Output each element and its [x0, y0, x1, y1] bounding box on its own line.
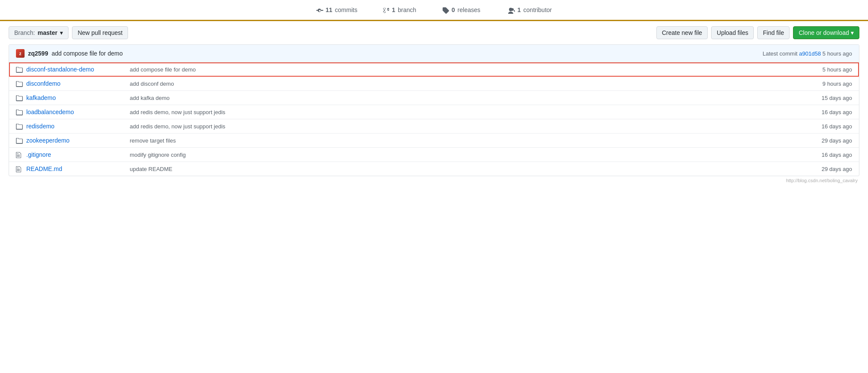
- commits-stat[interactable]: 11 commits: [316, 6, 358, 14]
- commit-message: add compose file for demo: [52, 50, 123, 57]
- toolbar: Branch: master ▾ New pull request Create…: [0, 21, 868, 44]
- file-list-container: z zq2599 add compose file for demo Lates…: [9, 44, 859, 176]
- file-name: .gitignore: [26, 151, 121, 158]
- watermark: http://blog.csdn.net/boling_cavalry: [0, 176, 868, 185]
- chevron-down-icon: ▾: [851, 29, 854, 36]
- file-link[interactable]: redisdemo: [26, 123, 54, 130]
- file-link[interactable]: .gitignore: [26, 151, 51, 158]
- find-file-button[interactable]: Find file: [757, 26, 790, 39]
- branch-prefix: Branch:: [14, 29, 35, 36]
- contributors-stat[interactable]: 1 contributor: [506, 6, 552, 14]
- table-row: disconf-standalone-demo add compose file…: [9, 62, 859, 77]
- toolbar-actions: Create new file Upload files Find file C…: [656, 26, 859, 39]
- file-time: 5 hours ago: [800, 66, 852, 73]
- file-commit-message: add compose file for demo: [121, 66, 800, 73]
- commit-author[interactable]: zq2599: [28, 50, 48, 57]
- commit-time: 5 hours ago: [822, 50, 852, 57]
- releases-label: releases: [458, 6, 481, 13]
- commit-info-bar: z zq2599 add compose file for demo Lates…: [9, 45, 859, 62]
- file-icon: [16, 151, 23, 158]
- file-link[interactable]: zookeeperdemo: [26, 137, 69, 144]
- file-link[interactable]: kafkademo: [26, 94, 56, 101]
- commits-label: commits: [335, 6, 357, 13]
- latest-commit-text: Latest commit: [763, 50, 798, 57]
- stats-bar: 11 commits 1 branch 0 releases 1 contrib…: [0, 0, 868, 21]
- releases-count: 0: [452, 6, 455, 13]
- file-commit-message: add disconf demo: [121, 81, 800, 87]
- file-time: 16 days ago: [800, 152, 852, 158]
- folder-icon: [16, 109, 23, 115]
- table-row: .gitignore modify gitignore config 16 da…: [9, 148, 859, 162]
- branches-icon: [383, 6, 389, 14]
- file-time: 16 days ago: [800, 123, 852, 130]
- upload-files-button[interactable]: Upload files: [711, 26, 754, 39]
- branches-count: 1: [392, 6, 395, 13]
- table-row: zookeeperdemo remove target files 29 day…: [9, 134, 859, 148]
- branches-label: branch: [398, 6, 416, 13]
- folder-icon: [16, 137, 23, 144]
- folder-icon: [16, 66, 23, 73]
- branch-selector[interactable]: Branch: master ▾: [9, 26, 69, 39]
- contributors-count: 1: [518, 6, 521, 13]
- file-name: redisdemo: [26, 123, 121, 130]
- file-time: 9 hours ago: [800, 81, 852, 87]
- releases-icon: [442, 6, 449, 14]
- chevron-down-icon: ▾: [60, 29, 63, 36]
- file-time: 15 days ago: [800, 95, 852, 101]
- table-row: disconfdemo add disconf demo 9 hours ago: [9, 77, 859, 91]
- table-row: README.md update README 29 days ago: [9, 162, 859, 176]
- file-rows: disconf-standalone-demo add compose file…: [9, 62, 859, 176]
- branches-stat[interactable]: 1 branch: [383, 6, 416, 14]
- file-link[interactable]: disconfdemo: [26, 80, 60, 87]
- file-commit-message: modify gitignore config: [121, 152, 800, 158]
- file-commit-message: add redis demo, now just support jedis: [121, 109, 800, 115]
- file-link[interactable]: loadbalancedemo: [26, 109, 74, 115]
- clone-or-download-button[interactable]: Clone or download ▾: [793, 26, 859, 39]
- clone-label: Clone or download: [799, 29, 849, 36]
- commits-icon: [316, 6, 323, 14]
- file-link[interactable]: README.md: [26, 165, 62, 172]
- contributors-icon: [506, 6, 515, 14]
- file-name: disconfdemo: [26, 80, 121, 87]
- file-icon: [16, 165, 23, 172]
- file-name: README.md: [26, 165, 121, 172]
- file-name: zookeeperdemo: [26, 137, 121, 144]
- folder-icon: [16, 123, 23, 130]
- file-commit-message: add kafka demo: [121, 95, 800, 101]
- commit-sha[interactable]: a901d58: [799, 50, 821, 57]
- file-time: 29 days ago: [800, 137, 852, 144]
- file-link[interactable]: disconf-standalone-demo: [26, 66, 94, 73]
- file-commit-message: add redis demo, now just support jedis: [121, 123, 800, 130]
- avatar: z: [16, 49, 25, 58]
- table-row: loadbalancedemo add redis demo, now just…: [9, 105, 859, 119]
- file-commit-message: remove target files: [121, 137, 800, 144]
- commits-count: 11: [326, 6, 333, 13]
- table-row: redisdemo add redis demo, now just suppo…: [9, 119, 859, 134]
- releases-stat[interactable]: 0 releases: [442, 6, 481, 14]
- branch-name: master: [37, 29, 57, 36]
- file-time: 29 days ago: [800, 166, 852, 172]
- file-commit-message: update README: [121, 166, 800, 172]
- file-time: 16 days ago: [800, 109, 852, 115]
- commit-info-left: z zq2599 add compose file for demo: [16, 49, 123, 58]
- file-name: kafkademo: [26, 94, 121, 101]
- create-new-file-button[interactable]: Create new file: [656, 26, 708, 39]
- folder-icon: [16, 94, 23, 101]
- commit-info-right: Latest commit a901d58 5 hours ago: [763, 50, 852, 57]
- file-name: disconf-standalone-demo: [26, 66, 121, 73]
- file-name: loadbalancedemo: [26, 109, 121, 115]
- table-row: kafkademo add kafka demo 15 days ago: [9, 91, 859, 105]
- new-pull-request-button[interactable]: New pull request: [72, 26, 128, 39]
- contributors-label: contributor: [523, 6, 552, 13]
- folder-icon: [16, 80, 23, 87]
